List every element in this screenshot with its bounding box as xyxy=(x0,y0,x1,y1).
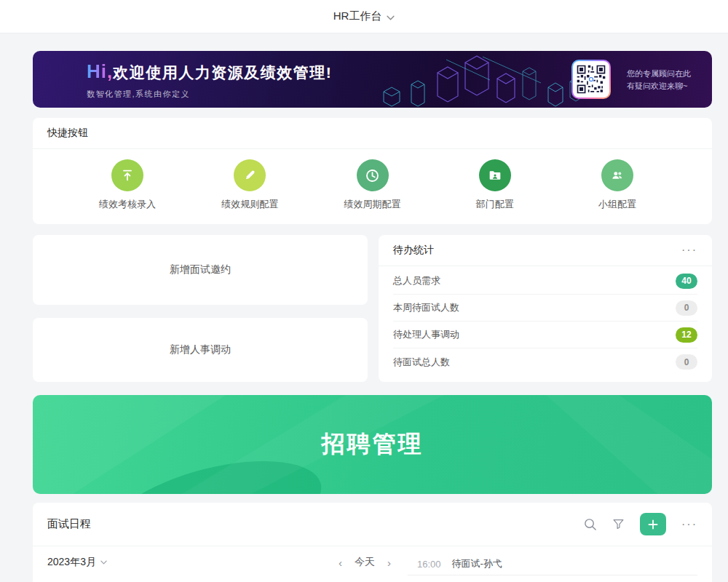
event-time: 16:00 xyxy=(417,559,441,570)
next-month-button[interactable]: › xyxy=(387,557,391,568)
status-badge: 0 xyxy=(676,300,697,316)
hero-greeting: 欢迎使用人力资源及绩效管理! xyxy=(113,63,332,83)
welcome-banner: Hi, 欢迎使用人力资源及绩效管理! 数智化管理,系统由你定义 xyxy=(33,51,712,108)
status-badge: 40 xyxy=(676,274,697,289)
hero-subtitle: 数智化管理,系统由你定义 xyxy=(87,89,332,100)
cityscape-illustration xyxy=(373,54,592,108)
stat-row-pending-transfers: 待处理人事调动 12 xyxy=(393,322,697,348)
pencil-icon xyxy=(234,159,266,191)
schedule-title: 面试日程 xyxy=(47,517,583,531)
recruitment-banner-title: 招聘管理 xyxy=(322,428,424,461)
quick-button-performance-rules[interactable]: 绩效规则配置 xyxy=(189,159,311,211)
folder-user-icon xyxy=(479,159,511,191)
chevron-down-icon xyxy=(100,560,107,565)
chevron-down-icon xyxy=(387,10,395,23)
interview-schedule-card: 面试日程 ··· xyxy=(33,503,712,582)
status-badge: 12 xyxy=(676,327,697,343)
advisor-qr-code xyxy=(571,60,611,99)
workspace-switcher[interactable]: HR工作台 xyxy=(0,0,728,33)
quick-button-department-config[interactable]: 部门配置 xyxy=(434,159,556,211)
stat-row-total-interviews: 待面试总人数 0 xyxy=(393,348,697,375)
event-list: 16:00 待面试-孙弋 xyxy=(408,546,697,582)
filter-icon[interactable] xyxy=(612,518,625,530)
calendar: 2023年3月 ‹ 今天 › 一 二 三 四 五 六 xyxy=(47,546,397,582)
today-button[interactable]: 今天 xyxy=(355,556,375,569)
prev-month-button[interactable]: ‹ xyxy=(339,557,342,568)
upload-icon xyxy=(111,159,143,191)
plus-icon xyxy=(647,519,659,530)
page-title: HR工作台 xyxy=(333,9,382,23)
hero-hi: Hi, xyxy=(87,60,113,83)
search-icon[interactable] xyxy=(583,517,597,531)
main-content: Hi, 欢迎使用人力资源及绩效管理! 数智化管理,系统由你定义 xyxy=(33,51,712,582)
todo-stats-title: 待办统计 xyxy=(393,244,681,257)
event-title: 待面试-孙弋 xyxy=(452,557,502,570)
quick-button-group-config[interactable]: 小组配置 xyxy=(556,159,678,211)
stat-row-total-headcount: 总人员需求 40 xyxy=(393,268,697,295)
add-personnel-transfer-card[interactable]: 新增人事调动 xyxy=(33,318,368,382)
quick-button-performance-entry[interactable]: 绩效考核录入 xyxy=(66,159,189,211)
team-icon xyxy=(601,159,633,191)
more-icon[interactable]: ··· xyxy=(681,521,697,528)
quick-buttons-card: 快捷按钮 绩效考核录入 绩效规则配置 xyxy=(33,118,712,224)
stat-row-week-interviews: 本周待面试人数 0 xyxy=(393,295,697,322)
clock-icon xyxy=(357,159,389,191)
add-schedule-button[interactable] xyxy=(640,513,666,535)
add-interview-invite-card[interactable]: 新增面试邀约 xyxy=(33,235,368,305)
more-icon[interactable]: ··· xyxy=(681,247,697,254)
advisor-text: 您的专属顾问在此 有疑问欢迎来聊~ xyxy=(627,68,691,92)
quick-button-performance-cycle[interactable]: 绩效周期配置 xyxy=(311,159,433,211)
quick-buttons-title: 快捷按钮 xyxy=(47,127,697,140)
month-selector[interactable]: 2023年3月 xyxy=(47,556,107,569)
todo-stats-card: 待办统计 ··· 总人员需求 40 本周待面试人数 0 待处理人事调动 12 待… xyxy=(379,235,712,382)
event-row[interactable]: 16:00 待面试-孙弋 xyxy=(408,553,697,575)
recruitment-management-banner[interactable]: 招聘管理 xyxy=(33,395,712,494)
status-badge: 0 xyxy=(676,354,697,370)
